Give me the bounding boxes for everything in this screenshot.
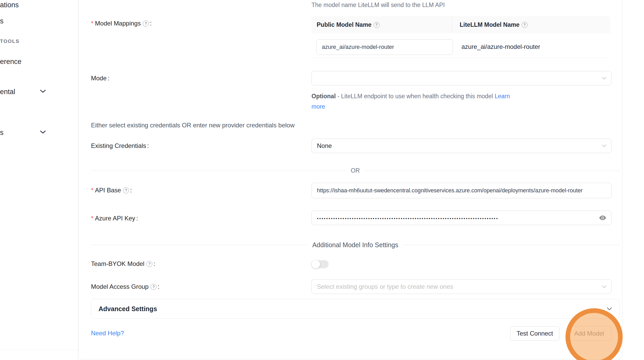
litellm-model-name-header: LiteLLM Model Name ?: [460, 21, 528, 28]
api-base-label-text: API Base: [95, 187, 121, 194]
required-asterisk: *: [91, 187, 93, 194]
divider-line: [403, 245, 620, 245]
eye-icon[interactable]: [599, 214, 607, 222]
label-colon: :: [153, 260, 155, 267]
label-colon: :: [136, 215, 138, 222]
label-colon: :: [158, 283, 159, 290]
need-help-link[interactable]: Need Help?: [91, 330, 124, 337]
label-colon: :: [108, 75, 109, 82]
help-icon[interactable]: ?: [522, 22, 528, 28]
api-base-input[interactable]: https://ishaa-mh6uutut-swedencentral.cog…: [311, 183, 612, 198]
model-access-group-label: Model Access Group ? :: [91, 283, 159, 290]
additional-info-divider-text: Additional Model Info Settings: [308, 241, 403, 249]
existing-credentials-label-text: Existing Credentials: [91, 142, 146, 149]
mode-label-text: Mode: [91, 75, 107, 82]
existing-credentials-value: None: [317, 142, 332, 149]
azure-api-key-label: * Azure API Key :: [91, 215, 138, 222]
divider-line: [91, 245, 308, 245]
credentials-note: Either select existing credentials OR en…: [91, 122, 295, 129]
table-row-border: [311, 58, 610, 58]
chevron-down-icon: [607, 307, 612, 310]
label-colon: :: [150, 20, 152, 27]
api-base-label: * API Base ? :: [91, 187, 132, 194]
or-divider-text: OR: [346, 167, 365, 174]
label-colon: :: [147, 142, 149, 149]
divider-line: [365, 171, 620, 171]
public-model-name-value: azure_ai/azure-model-router: [322, 44, 394, 50]
table-column-divider: [452, 16, 452, 33]
chevron-down-icon: [602, 285, 607, 288]
label-colon: :: [130, 187, 132, 194]
sidebar-item[interactable]: s: [0, 17, 4, 25]
required-asterisk: *: [91, 215, 93, 222]
chevron-down-icon: [602, 145, 607, 147]
help-icon[interactable]: ?: [143, 21, 149, 27]
masked-api-key-value: ••••••••••••••••••••••••••••••••••••••••…: [317, 215, 587, 221]
team-byok-label-text: Team-BYOK Model: [91, 260, 144, 267]
toggle-knob: [311, 260, 320, 269]
add-model-button[interactable]: Add Model: [567, 326, 612, 341]
required-asterisk: *: [91, 20, 93, 27]
or-divider: OR: [91, 167, 620, 174]
sidebar-item-experimental[interactable]: ental: [0, 88, 15, 96]
sidebar-item-api-reference[interactable]: erence: [0, 58, 22, 66]
model-mappings-table-header: Public Model Name ? LiteLLM Model Name ?: [311, 16, 610, 33]
sidebar-section-tools: TOOLS: [0, 38, 19, 44]
add-model-page: ations s TOOLS erence ental s The model …: [0, 0, 644, 360]
additional-info-divider: Additional Model Info Settings: [91, 241, 620, 249]
team-byok-toggle[interactable]: [311, 260, 329, 269]
model-mappings-label-text: Model Mappings: [95, 20, 141, 27]
mode-label: Mode :: [91, 75, 109, 82]
mode-help-body: - LiteLLM endpoint to use when health ch…: [336, 93, 495, 100]
chevron-down-icon: [602, 77, 607, 80]
chevron-down-icon: [40, 130, 46, 134]
mode-help-text: Optional - LiteLLM endpoint to use when …: [311, 91, 519, 112]
help-icon[interactable]: ?: [374, 22, 380, 28]
existing-credentials-label: Existing Credentials :: [91, 142, 149, 149]
litellm-model-helper-text: The model name LiteLLM will send to the …: [311, 2, 445, 9]
help-icon[interactable]: ?: [146, 261, 152, 267]
sidebar-item-organizations[interactable]: ations: [0, 1, 19, 9]
advanced-settings-panel[interactable]: Advanced Settings: [91, 299, 620, 319]
azure-api-key-label-text: Azure API Key: [95, 215, 135, 222]
help-icon[interactable]: ?: [151, 284, 157, 290]
model-access-group-placeholder: Select existing groups or type to create…: [317, 283, 453, 290]
api-base-value: https://ishaa-mh6uutut-swedencentral.cog…: [317, 187, 583, 194]
public-model-name-input[interactable]: azure_ai/azure-model-router: [316, 39, 453, 55]
public-model-name-header-text: Public Model Name: [317, 21, 372, 28]
divider-line: [91, 171, 346, 171]
azure-api-key-input[interactable]: ••••••••••••••••••••••••••••••••••••••••…: [311, 211, 612, 225]
litellm-model-name-value: azure_ai/azure-model-router: [461, 43, 540, 50]
mode-select[interactable]: [311, 71, 612, 86]
advanced-settings-title: Advanced Settings: [99, 305, 157, 313]
model-mappings-label: * Model Mappings ? :: [91, 20, 152, 27]
team-byok-label: Team-BYOK Model ? :: [91, 260, 155, 267]
public-model-name-header: Public Model Name ?: [317, 21, 447, 28]
help-icon[interactable]: ?: [123, 187, 129, 193]
chevron-down-icon: [40, 89, 46, 93]
existing-credentials-select[interactable]: None: [311, 139, 612, 153]
sidebar-divider: [0, 350, 78, 350]
litellm-model-name-header-text: LiteLLM Model Name: [460, 21, 519, 28]
model-access-group-select[interactable]: Select existing groups or type to create…: [311, 279, 612, 294]
model-access-group-label-text: Model Access Group: [91, 283, 148, 290]
mode-help-bold: Optional: [311, 93, 336, 100]
test-connect-button[interactable]: Test Connect: [510, 326, 560, 341]
sidebar-item-settings[interactable]: s: [0, 129, 4, 137]
